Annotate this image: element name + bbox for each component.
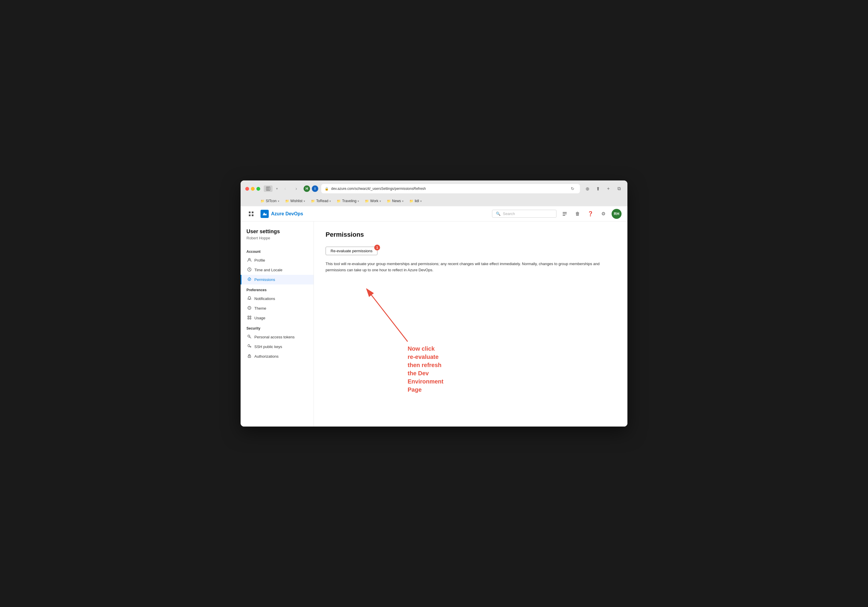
usage-icon <box>247 316 251 321</box>
bookmark-label: Wishlist <box>290 199 302 203</box>
header-actions: 🔍 Search 🗑 ❓ ⚙ RH <box>492 209 622 219</box>
sidebar-item-personal-access-tokens[interactable]: Personal access tokens <box>240 332 313 342</box>
account-section-label: Account <box>240 246 313 255</box>
search-box[interactable]: 🔍 Search <box>492 210 556 218</box>
svg-rect-6 <box>563 212 567 213</box>
annotation-line2: then refresh the Dev Environment Page <box>408 361 443 394</box>
minimize-button[interactable] <box>251 187 255 191</box>
logo-icon <box>260 210 269 218</box>
clock-icon <box>247 268 251 273</box>
bookmark-toread[interactable]: 📁 ToRead ▾ <box>308 198 333 204</box>
folder-icon: 📁 <box>365 199 369 203</box>
settings-button[interactable]: ⚙ <box>599 209 608 218</box>
back-button[interactable]: ‹ <box>281 185 289 192</box>
bookmarks-bar: 📁 SITcon ▾ 📁 Wishlist ▾ 📁 ToRead ▾ 📁 Tra… <box>245 196 623 206</box>
theme-icon <box>247 306 251 311</box>
ext-icon-2[interactable]: i <box>312 186 318 192</box>
sidebar-item-label: Personal access tokens <box>254 335 294 339</box>
sidebar-item-usage[interactable]: Usage <box>240 313 313 323</box>
extension-icons: H i <box>304 186 318 192</box>
sidebar-item-label: Authorizations <box>254 354 278 359</box>
sidebar-item-permissions[interactable]: Permissions <box>240 275 313 285</box>
close-button[interactable] <box>245 187 249 191</box>
download-button[interactable]: ⊕ <box>583 185 591 192</box>
sidebar-item-time-locale[interactable]: Time and Locale <box>240 265 313 275</box>
sidebar-subtitle: Robert Hoppe <box>240 236 313 246</box>
permissions-description: This tool will re-evaluate your group me… <box>326 261 607 273</box>
bookmark-label: ToRead <box>316 199 328 203</box>
ext-icon-1[interactable]: H <box>304 186 310 192</box>
main-content: Permissions Re-evaluate permissions 1 Th… <box>314 221 628 427</box>
browser-actions: ⊕ ⬆ + ⧉ <box>583 185 623 192</box>
user-avatar[interactable]: RH <box>612 209 622 219</box>
sidebar-item-ssh-public-keys[interactable]: SSH public keys <box>240 342 313 352</box>
sidebar-item-notifications[interactable]: Notifications <box>240 294 313 304</box>
bookmark-wishlist[interactable]: 📁 Wishlist ▾ <box>283 198 307 204</box>
pending-changes-button[interactable] <box>560 209 569 218</box>
svg-rect-12 <box>248 316 249 317</box>
maximize-button[interactable] <box>256 187 260 191</box>
svg-rect-2 <box>249 212 251 213</box>
folder-icon: 📁 <box>337 199 341 203</box>
svg-rect-0 <box>267 187 268 190</box>
bookmark-lidl[interactable]: 📁 lidl ▾ <box>407 198 424 204</box>
folder-icon: 📁 <box>311 199 315 203</box>
reevaluate-permissions-button[interactable]: Re-evaluate permissions 1 <box>326 247 377 255</box>
address-bar[interactable]: 🔒 dev.azure.com/schwarzit/_usersSettings… <box>321 184 580 194</box>
bookmark-work[interactable]: 📁 Work ▾ <box>363 198 383 204</box>
svg-rect-4 <box>249 214 251 216</box>
url-text: dev.azure.com/schwarzit/_usersSettings/p… <box>331 187 426 191</box>
bookmark-sitcon[interactable]: 📁 SITcon ▾ <box>258 198 282 204</box>
app-logo[interactable]: Azure DevOps <box>260 210 303 218</box>
bookmark-traveling[interactable]: 📁 Traveling ▾ <box>334 198 361 204</box>
sidebar-item-profile[interactable]: Profile <box>240 255 313 265</box>
folder-icon: 📁 <box>387 199 391 203</box>
apps-grid-button[interactable] <box>246 209 256 218</box>
svg-rect-1 <box>268 187 270 190</box>
address-bar-row: H i 🔒 dev.azure.com/schwarzit/_usersSett… <box>304 184 580 194</box>
folder-icon: 📁 <box>285 199 289 203</box>
share-button[interactable]: ⬆ <box>594 185 601 192</box>
svg-rect-5 <box>252 214 254 216</box>
bookmark-label: SITcon <box>266 199 277 203</box>
sidebar-title: User settings <box>240 229 313 236</box>
lock-icon: 🔒 <box>325 187 329 191</box>
bookmark-label: News <box>392 199 401 203</box>
sidebar-toggle-button[interactable] <box>264 186 273 192</box>
profile-icon <box>247 258 251 263</box>
basket-icon-button[interactable]: 🗑 <box>573 209 582 218</box>
svg-rect-14 <box>248 318 249 319</box>
svg-rect-7 <box>563 214 567 214</box>
sidebar-item-label: Notifications <box>254 296 275 301</box>
annotation-arrow-svg <box>349 286 437 345</box>
svg-rect-3 <box>252 212 254 213</box>
annotation-text: Now click re-evaluate then refresh the D… <box>408 345 443 394</box>
search-icon: 🔍 <box>496 212 501 216</box>
bookmark-news[interactable]: 📁 News ▾ <box>384 198 406 204</box>
notification-badge: 1 <box>374 245 380 251</box>
sidebar-item-label: Theme <box>254 306 266 311</box>
sidebar-item-theme[interactable]: Theme <box>240 304 313 313</box>
app-name: Azure DevOps <box>271 211 303 217</box>
folder-icon: 📁 <box>260 199 265 203</box>
traffic-lights <box>245 187 260 191</box>
browser-titlebar: ▾ ‹ › H i 🔒 dev.azure.com/schwarzit/_use… <box>245 184 623 194</box>
token-icon <box>247 334 251 339</box>
svg-rect-13 <box>250 316 251 317</box>
new-tab-button[interactable]: + <box>604 185 612 192</box>
tab-overview-button[interactable]: ⧉ <box>615 185 623 192</box>
page-title: Permissions <box>326 231 616 238</box>
sidebar-item-authorizations[interactable]: Authorizations <box>240 352 313 361</box>
svg-rect-8 <box>563 215 565 215</box>
sidebar-item-label: Profile <box>254 258 265 262</box>
sidebar-item-label: Permissions <box>254 277 275 282</box>
annotation-overlay: Now click re-evaluate then refresh the D… <box>349 286 437 346</box>
bookmark-label: Work <box>370 199 378 203</box>
help-button[interactable]: ❓ <box>586 209 595 218</box>
reload-button[interactable]: ↻ <box>569 185 577 192</box>
main-layout: User settings Robert Hoppe Account Profi… <box>240 221 628 427</box>
forward-button[interactable]: › <box>293 185 300 192</box>
browser-window: ▾ ‹ › H i 🔒 dev.azure.com/schwarzit/_use… <box>240 180 628 427</box>
browser-chrome: ▾ ‹ › H i 🔒 dev.azure.com/schwarzit/_use… <box>240 180 628 206</box>
security-section-label: Security <box>240 323 313 332</box>
